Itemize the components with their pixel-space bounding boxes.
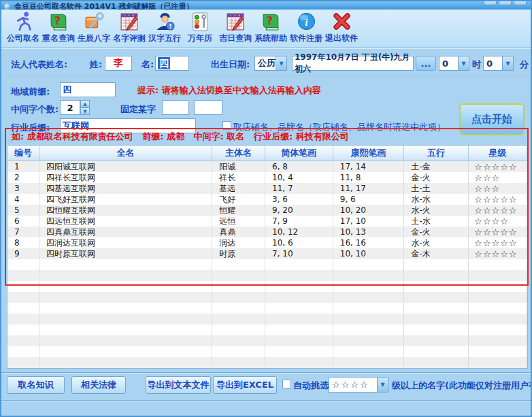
table-cell-main_name	[212, 292, 265, 303]
spin-down-icon[interactable]: ▼	[80, 107, 90, 115]
table-cell-kangxi	[333, 281, 405, 292]
table-header-row: 编号全名主体名简体笔画康熙笔画五行星级	[7, 146, 527, 161]
toolbar-button[interactable]: 公司取名	[5, 11, 41, 46]
table-row[interactable]: 1四阳诚互联网阳诚6, 817, 14土-金☆☆☆☆☆	[7, 161, 527, 172]
table-cell-simp	[265, 335, 333, 346]
hour-select[interactable]: 0 ▼	[439, 56, 469, 71]
spin-up-icon[interactable]: ▲	[80, 100, 90, 107]
table-cell-kangxi: 11, 17	[333, 183, 405, 194]
table-cell-simp: 7, 9	[265, 216, 333, 227]
minimize-button[interactable]	[484, 1, 497, 5]
table-cell-simp: 10, 6	[265, 237, 333, 248]
given-name-input[interactable]: 四	[155, 56, 189, 71]
table-cell-simp: 10, 12	[265, 227, 333, 237]
chevron-down-icon[interactable]: ▼	[458, 56, 469, 70]
maximize-button[interactable]	[499, 1, 512, 5]
toolbar-button-label: 名字评测	[113, 33, 146, 44]
table-cell-kangxi: 17, 14	[333, 161, 405, 172]
export-excel-button[interactable]: 导出到EXCEL	[213, 376, 277, 394]
middle-count-value: 2	[60, 100, 80, 115]
table-cell-main_name: 基远	[212, 183, 265, 194]
table-cell-simp	[265, 259, 333, 270]
table-empty-row	[7, 270, 527, 281]
table-cell-wuxing: 土-水	[404, 216, 469, 227]
table-cell-stars	[469, 270, 527, 281]
table-cell-no: 8	[7, 237, 39, 248]
table-cell-stars	[469, 292, 527, 303]
date-picker-button[interactable]: ...	[416, 56, 436, 71]
selected-text: 四	[158, 57, 170, 69]
table-cell-full_name: 四润达互联网	[39, 237, 212, 248]
table-row[interactable]: 8四润达互联网润达10, 616, 16水-火☆☆☆☆☆	[7, 237, 527, 248]
chevron-down-icon[interactable]: ▼	[276, 56, 286, 70]
fixed-char-input-2[interactable]	[194, 100, 222, 115]
table-cell-full_name: 四基远互联网	[39, 183, 212, 194]
table-cell-no: 4	[7, 194, 39, 205]
table-row[interactable]: 5四恒耀互联网恒耀9, 2010, 20水-火☆☆☆☆☆	[7, 205, 527, 216]
table-row[interactable]: 2四祥长互联网祥长10, 411, 8金-火☆☆☆	[7, 172, 527, 183]
toolbar-button[interactable]: 退出软件	[324, 11, 359, 46]
table-cell-simp: 11, 7	[265, 183, 333, 194]
table-cell-wuxing	[404, 292, 469, 303]
hour-value: 0	[439, 56, 458, 70]
table-cell-kangxi: 17, 10	[333, 216, 405, 227]
middle-count-stepper[interactable]: 2 ▲ ▼	[60, 100, 90, 115]
table-cell-stars: ☆☆☆☆	[469, 216, 527, 227]
toolbar-button-label: 公司取名	[7, 33, 39, 44]
table-cell-simp	[265, 270, 333, 281]
naming-knowledge-button[interactable]: 取名知识	[7, 376, 65, 394]
table-cell-kangxi: 9, 6	[333, 194, 405, 205]
table-cell-kangxi	[333, 259, 405, 270]
toolbar-button[interactable]: ?系统帮助	[253, 11, 288, 46]
title-bar[interactable]: 金豆豆公司取名软件 2014V1 残剑破解版（已注册）	[1, 1, 531, 10]
table-cell-main_name: 远恒	[212, 216, 265, 227]
table-cell-simp: 7, 10	[265, 248, 333, 259]
toolbar-button[interactable]: ?重名查询	[41, 11, 76, 46]
chevron-down-icon[interactable]: ▼	[377, 378, 388, 392]
table-row[interactable]: 3四基远互联网基远11, 711, 17土-土☆☆☆	[7, 183, 527, 194]
column-header: 全名	[39, 146, 212, 161]
calendar-type-select[interactable]: 公历 ▼	[254, 56, 287, 71]
table-row[interactable]: 9四时原互联网时原7, 1010, 10金-木☆☆☆☆☆	[7, 248, 527, 259]
person-alert-icon: !	[154, 11, 176, 32]
toolbar-button[interactable]: !汉字五行	[147, 11, 182, 46]
toolbar-button[interactable]: 生辰八字	[76, 11, 112, 46]
table-cell-simp: 3, 6	[265, 194, 333, 205]
table-cell-kangxi: 10, 13	[333, 227, 405, 237]
birth-date-input[interactable]: 1997年10月7日 丁丑(牛)九月初六	[292, 56, 414, 71]
table-empty-row	[7, 346, 527, 357]
minute-select[interactable]: 0 ▼	[483, 56, 514, 71]
table-cell-kangxi	[333, 270, 405, 281]
table-cell-no	[7, 303, 39, 314]
table-row[interactable]: 6四远恒互联网远恒7, 917, 10土-水☆☆☆☆	[7, 216, 527, 227]
shop-name-checkbox[interactable]	[222, 121, 231, 130]
close-button[interactable]	[514, 1, 527, 5]
table-cell-stars	[469, 346, 527, 357]
example-text: 如: 成都取名科技有限责任公司 前缀: 成都 中间字: 取名 行业后缀: 科技有…	[12, 131, 349, 143]
chevron-down-icon[interactable]: ▼	[502, 56, 513, 70]
table-cell-wuxing	[404, 346, 469, 357]
table-cell-wuxing	[404, 314, 469, 324]
table-row[interactable]: 7四真鼎互联网真鼎10, 1210, 13金-火☆☆☆☆☆	[7, 227, 527, 237]
toolbar-button[interactable]: 万年历	[182, 11, 218, 46]
start-button[interactable]: 点击开始	[459, 103, 525, 135]
export-txt-button[interactable]: 导出到文本文件	[146, 376, 211, 394]
region-prefix-input[interactable]: 四	[60, 82, 116, 97]
table-cell-stars	[469, 314, 527, 324]
table-cell-no: 2	[7, 172, 39, 183]
toolbar-button[interactable]: i软件注册	[288, 11, 324, 46]
toolbar-button[interactable]: 吉日查询	[218, 11, 253, 46]
table-cell-wuxing	[404, 335, 469, 346]
toolbar-button-label: 系统帮助	[254, 33, 287, 44]
svg-text:i: i	[305, 16, 308, 28]
table-cell-full_name	[39, 346, 212, 357]
fixed-char-input-1[interactable]	[162, 100, 189, 115]
table-row[interactable]: 4四飞好互联网飞好3, 69, 6水-水☆☆☆☆☆	[7, 194, 527, 205]
star-filter-select[interactable]: ☆☆☆☆ ▼	[329, 377, 388, 393]
related-law-button[interactable]: 相关法律	[71, 376, 126, 394]
toolbar-button[interactable]: 名字评测	[112, 11, 147, 46]
auto-pick-checkbox[interactable]	[282, 380, 291, 388]
table-cell-stars	[469, 281, 527, 292]
book-question-icon: ?	[48, 11, 69, 32]
surname-input[interactable]: 李	[105, 56, 132, 71]
